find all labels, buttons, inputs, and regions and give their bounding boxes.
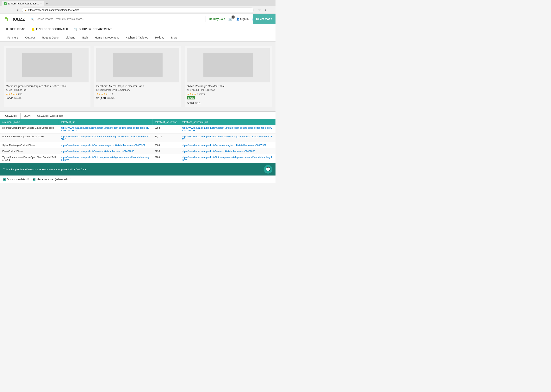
product-price-2[interactable]: $503 xyxy=(187,101,194,105)
product-price-row-2: $503 $731 xyxy=(187,101,270,105)
product-name-0[interactable]: Modrest Upton Modern Square Glass Coffee… xyxy=(6,84,88,88)
get-ideas-nav[interactable]: ⊞ GET IDEAS xyxy=(4,26,28,32)
main-nav: ⊞ GET IDEAS 👷 FIND PROFESSIONALS 🛒 SHOP … xyxy=(0,24,276,34)
cell-url-0[interactable]: https://www.houzz.com/products/modrest-u… xyxy=(58,125,152,134)
data-table: selection1_name selection1_url selection… xyxy=(0,119,276,163)
cell-price-url-2[interactable]: https://www.houzz.com/products/sylvia-re… xyxy=(179,142,276,148)
shop-by-dept-nav[interactable]: 🛒 SHOP BY DEPARTMENT xyxy=(72,26,114,32)
cell-price-url-1[interactable]: https://www.houzz.com/products/bernhardt… xyxy=(179,134,276,142)
product-review-count-0: (12) xyxy=(18,93,22,95)
url-text: https://www.houzz.com/products/coffee-ta… xyxy=(28,8,79,11)
cell-url-2[interactable]: https://www.houzz.com/products/sylvia-re… xyxy=(58,142,152,148)
browser-actions: ☆ ⬇ ⋮ xyxy=(257,7,274,12)
address-bar: ← → ↻ 🔒 https://www.houzz.com/products/c… xyxy=(0,6,276,14)
cell-name-4: Tipton Square Metal/Glass Open Shelf Coc… xyxy=(0,154,58,163)
visuals-enabled-label: Visuals enabled (advanced) xyxy=(37,178,68,181)
tab-json[interactable]: JSON xyxy=(21,113,34,119)
cell-price-url-3[interactable]: https://www.houzz.com/products/evan-cock… xyxy=(179,148,276,154)
active-tab[interactable]: H 50 Most Popular Coffee Tables f... ✕ xyxy=(1,1,44,6)
category-nav: Furniture Outdoor Rugs & Decor Lighting … xyxy=(0,34,276,42)
show-more-data-row: Show more data ⓘ xyxy=(3,178,29,181)
col-header-price-url: selection1_selection2_url xyxy=(179,119,276,125)
product-name-2[interactable]: Sylvia Rectangle Cocktail Table xyxy=(187,84,270,88)
tab-favicon: H xyxy=(4,2,7,5)
product-price-1[interactable]: $1,478 xyxy=(96,97,106,100)
product-stars-1: ★★★★★(13) xyxy=(96,92,179,95)
category-home-improvement[interactable]: Home Improvement xyxy=(91,34,122,42)
cell-url-1[interactable]: https://www.houzz.com/products/bernhardt… xyxy=(58,134,152,142)
cart-button[interactable]: 🛒 0 xyxy=(228,17,233,21)
data-panel: CSV/Excel JSON CSV/Excel Wide (beta) sel… xyxy=(0,112,276,183)
header-top: houzz 🔍 Search Photos, Products, Pros & … xyxy=(0,14,276,24)
product-image-1[interactable] xyxy=(96,48,179,82)
download-button[interactable]: ⬇ xyxy=(263,7,268,12)
bookmark-button[interactable]: ☆ xyxy=(257,7,262,12)
shop-icon: 🛒 xyxy=(74,28,78,31)
show-more-data-label: Show more data xyxy=(7,178,25,181)
cell-name-2: Sylvia Rectangle Cocktail Table xyxy=(0,142,58,148)
houzz-logo-icon xyxy=(4,16,10,22)
product-image-2[interactable] xyxy=(187,48,270,82)
sale-badge-2: SALE xyxy=(187,96,270,100)
data-tabs: CSV/Excel JSON CSV/Excel Wide (beta) xyxy=(0,112,276,119)
cell-price-url-0[interactable]: https://www.houzz.com/products/modrest-u… xyxy=(179,125,276,134)
cell-url-3[interactable]: https://www.houzz.com/products/evan-cock… xyxy=(58,148,152,154)
visuals-info-icon[interactable]: ⓘ xyxy=(69,178,71,181)
product-review-count-1: (13) xyxy=(109,93,113,95)
find-professionals-nav[interactable]: 👷 FIND PROFESSIONALS xyxy=(29,26,70,32)
search-placeholder: Search Photos, Products, Pros & More... xyxy=(36,17,85,21)
chat-button[interactable]: 💬 xyxy=(264,165,272,174)
cell-url-4[interactable]: https://www.houzz.com/products/tipton-sq… xyxy=(58,154,152,163)
cell-price-url-4[interactable]: https://www.houzz.com/products/tipton-sq… xyxy=(179,154,276,163)
get-ideas-label: GET IDEAS xyxy=(10,28,25,31)
cell-price-2: $503 xyxy=(152,142,179,148)
holiday-sale-link[interactable]: Holiday Sale xyxy=(209,17,225,21)
category-rugs-decor[interactable]: Rugs & Decor xyxy=(39,34,62,42)
search-bar-container[interactable]: 🔍 Search Photos, Products, Pros & More..… xyxy=(28,16,206,22)
sign-in-link[interactable]: 👤 Sign In xyxy=(236,17,249,21)
new-tab-button[interactable]: + xyxy=(45,2,49,6)
category-bath[interactable]: Bath xyxy=(79,34,91,42)
back-button[interactable]: ← xyxy=(2,7,7,12)
cell-price-0: $752 xyxy=(152,125,179,134)
category-outdoor[interactable]: Outdoor xyxy=(22,34,39,42)
product-image-placeholder-0 xyxy=(22,53,72,77)
lock-icon: 🔒 xyxy=(24,9,27,11)
tab-csv-excel-wide[interactable]: CSV/Excel Wide (beta) xyxy=(34,113,66,119)
product-card-1: Bernhardt Mercer Square Cocktail Table b… xyxy=(94,46,181,107)
col-header-url: selection1_url xyxy=(58,119,152,125)
houzz-logo[interactable]: houzz xyxy=(4,16,25,22)
category-holiday[interactable]: Holiday xyxy=(152,34,168,42)
show-more-info-icon[interactable]: ⓘ xyxy=(27,178,29,181)
product-name-1[interactable]: Bernhardt Mercer Square Cocktail Table xyxy=(96,84,179,88)
forward-button[interactable]: → xyxy=(8,7,14,12)
person-icon: 👷 xyxy=(31,28,35,31)
table-row: Evan Cocktail Table https://www.houzz.co… xyxy=(0,148,276,154)
tab-csv-excel[interactable]: CSV/Excel xyxy=(2,113,21,119)
category-lighting[interactable]: Lighting xyxy=(62,34,79,42)
category-more[interactable]: More xyxy=(168,34,181,42)
product-image-0[interactable] xyxy=(6,48,88,82)
category-furniture[interactable]: Furniture xyxy=(4,34,22,42)
product-stars-0: ★★★★★(12) xyxy=(6,92,88,95)
houzz-logo-text: houzz xyxy=(11,16,25,22)
cell-price-4: $189 xyxy=(152,154,179,163)
product-brand-2: by BASSETT MIRROR CO. xyxy=(187,89,270,91)
product-stars-2: ★★★★★(122) xyxy=(187,92,270,95)
menu-button[interactable]: ⋮ xyxy=(268,7,274,12)
product-review-count-2: (122) xyxy=(199,93,205,95)
browser-chrome: H 50 Most Popular Coffee Tables f... ✕ +… xyxy=(0,0,276,14)
select-mode-button[interactable]: Select Mode xyxy=(253,14,276,24)
tab-close-button[interactable]: ✕ xyxy=(40,2,42,5)
url-bar[interactable]: 🔒 https://www.houzz.com/products/coffee-… xyxy=(22,7,254,12)
category-kitchen-tabletop[interactable]: Kitchen & Tabletop xyxy=(122,34,152,42)
product-price-0[interactable]: $752 xyxy=(6,97,13,100)
cell-name-1: Bernhardt Mercer Square Cocktail Table xyxy=(0,134,58,142)
cell-price-3: $235 xyxy=(152,148,179,154)
table-row: Tipton Square Metal/Glass Open Shelf Coc… xyxy=(0,154,276,163)
visuals-enabled-row: Visuals enabled (advanced) ⓘ xyxy=(33,178,71,181)
product-card-0: Modrest Upton Modern Square Glass Coffee… xyxy=(4,46,90,107)
visuals-enabled-checkbox[interactable] xyxy=(33,178,36,181)
refresh-button[interactable]: ↻ xyxy=(15,7,20,12)
show-more-data-checkbox[interactable] xyxy=(3,178,6,181)
